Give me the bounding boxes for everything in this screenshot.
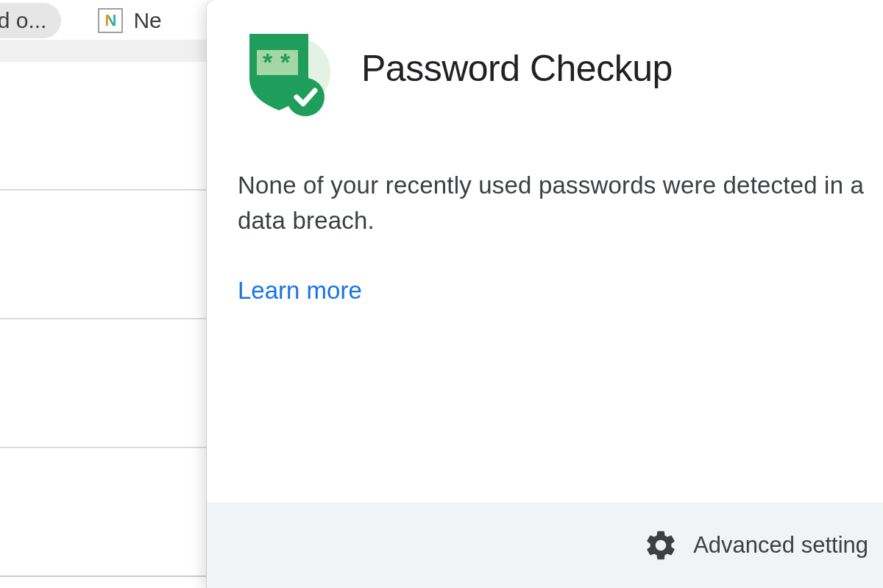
- bookmark-item[interactable]: N Ne: [89, 3, 170, 38]
- popup-header: * * Password Checkup: [207, 0, 883, 116]
- popup-body: None of your recently used passwords wer…: [207, 116, 883, 305]
- advanced-settings-button[interactable]: Advanced setting: [693, 532, 868, 559]
- page-content-background: [0, 62, 206, 588]
- password-checkup-popup: * * Password Checkup None of your recent…: [207, 0, 883, 588]
- table-row: [0, 62, 206, 191]
- svg-text:*: *: [280, 48, 291, 76]
- popup-footer: Advanced setting: [207, 503, 883, 588]
- gear-icon[interactable]: [643, 528, 678, 563]
- bookmark-label: nd o...: [0, 8, 46, 33]
- svg-point-4: [286, 78, 325, 116]
- svg-text:*: *: [263, 48, 273, 76]
- table-row: [0, 448, 206, 577]
- bookmark-label: Ne: [133, 8, 161, 33]
- table-row: [0, 319, 206, 448]
- shield-checkmark-icon: * *: [235, 21, 330, 116]
- table-row: [0, 191, 206, 319]
- popup-title: Password Checkup: [361, 47, 673, 90]
- svg-rect-1: [298, 43, 302, 81]
- n-favicon-icon: N: [98, 8, 123, 33]
- popup-message: None of your recently used passwords wer…: [238, 168, 867, 238]
- learn-more-link[interactable]: Learn more: [238, 277, 362, 305]
- bookmark-item-truncated[interactable]: nd o...: [0, 3, 61, 38]
